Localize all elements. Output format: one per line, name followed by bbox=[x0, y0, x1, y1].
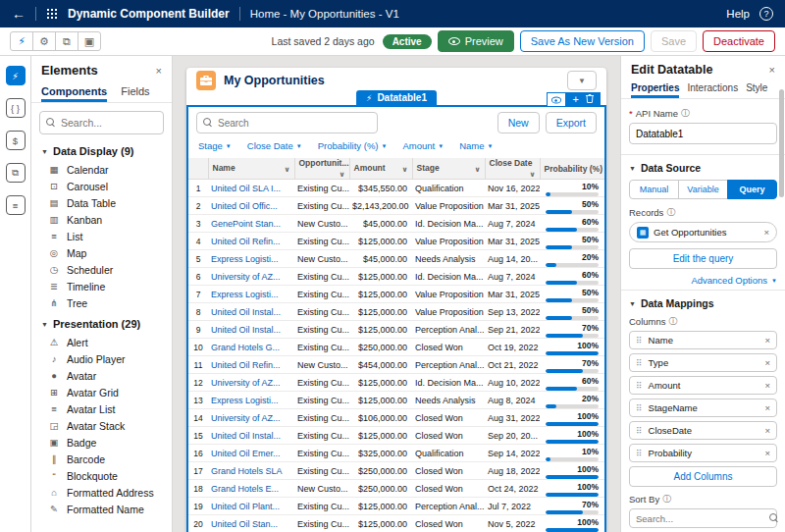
component-item-avatar-stack[interactable]: ◲Avatar Stack bbox=[35, 417, 168, 434]
component-chip[interactable]: ⚡ Datatable1 bbox=[356, 90, 437, 106]
component-item-scheduler[interactable]: ◷Scheduler bbox=[35, 261, 168, 278]
filter-amount[interactable]: Amount▼ bbox=[402, 140, 444, 151]
rail-layers-button[interactable]: ⧉ bbox=[6, 163, 26, 183]
opportunity-name-link[interactable]: GenePoint Stan... bbox=[211, 219, 281, 229]
opportunity-name-link[interactable]: United Oil Refin... bbox=[211, 360, 281, 370]
opportunity-name-link[interactable]: United Oil Stan... bbox=[211, 519, 278, 529]
rail-variables-button[interactable]: $ bbox=[6, 131, 26, 150]
component-item-list[interactable]: ≡List bbox=[35, 228, 168, 244]
opportunity-name-link[interactable]: Express Logisti... bbox=[211, 290, 279, 299]
opportunity-name-link[interactable]: Grand Hotels SLA bbox=[211, 466, 283, 476]
component-item-audio-player[interactable]: ♪Audio Player bbox=[35, 350, 168, 367]
new-button[interactable]: New bbox=[497, 112, 540, 133]
component-item-tree[interactable]: ⋔Tree bbox=[35, 294, 168, 311]
column-pill-stagename[interactable]: ⠿StageName× bbox=[629, 399, 777, 417]
opportunity-name-link[interactable]: University of AZ... bbox=[211, 413, 281, 423]
opportunity-name-link[interactable]: United Oil Instal... bbox=[211, 431, 281, 441]
save-as-new-version-button[interactable]: Save As New Version bbox=[520, 30, 645, 52]
remove-icon[interactable]: × bbox=[764, 335, 770, 346]
section-header-data-display-9[interactable]: ▼Data Display (9) bbox=[35, 138, 168, 161]
remove-icon[interactable]: × bbox=[764, 425, 770, 436]
tab-interactions[interactable]: Interactions bbox=[687, 80, 738, 98]
add-component-icon[interactable]: + bbox=[573, 94, 579, 105]
section-header-presentation-29[interactable]: ▼Presentation (29) bbox=[35, 311, 168, 334]
advanced-options-link[interactable]: Advanced Options ▼ bbox=[629, 275, 777, 286]
filter-probability[interactable]: Probability (%)▼ bbox=[318, 140, 388, 151]
opportunity-name-link[interactable]: United Oil Instal... bbox=[211, 307, 281, 317]
column-header-name[interactable]: Name∨ bbox=[208, 158, 294, 180]
opportunity-name-link[interactable]: University of AZ... bbox=[211, 272, 281, 282]
help-icon[interactable]: ? bbox=[759, 7, 773, 21]
column-header-opportunit[interactable]: Opportunit...∨ bbox=[294, 158, 349, 180]
drag-handle-icon[interactable]: ⠿ bbox=[636, 336, 643, 346]
opportunity-name-link[interactable]: Grand Hotels E... bbox=[211, 484, 279, 494]
filter-name[interactable]: Name▼ bbox=[459, 140, 493, 151]
rail-code-button[interactable]: { } bbox=[6, 98, 26, 118]
component-item-carousel[interactable]: ⊡Carousel bbox=[35, 178, 168, 194]
card-menu-button[interactable]: ▼ bbox=[567, 71, 597, 90]
save-button[interactable]: Save bbox=[651, 30, 697, 52]
mode-variable-button[interactable]: Variable bbox=[678, 180, 728, 199]
mode-query-button[interactable]: Query bbox=[727, 180, 777, 199]
help-link[interactable]: Help bbox=[726, 8, 750, 20]
export-button[interactable]: Export bbox=[546, 112, 597, 133]
opportunity-name-link[interactable]: Grand Hotels G... bbox=[211, 343, 280, 352]
opportunity-name-link[interactable]: Express Logisti... bbox=[211, 396, 279, 405]
close-icon[interactable]: × bbox=[156, 65, 162, 77]
column-header-close-date[interactable]: Close Date∨ bbox=[485, 158, 540, 180]
component-item-timeline[interactable]: ≣Timeline bbox=[35, 278, 168, 294]
component-item-barcode[interactable]: ∥Barcode bbox=[35, 451, 168, 467]
component-item-avatar[interactable]: ●Avatar bbox=[35, 367, 168, 384]
settings-tool-button[interactable]: ⚙ bbox=[32, 31, 56, 51]
deactivate-button[interactable]: Deactivate bbox=[703, 30, 775, 52]
preview-button[interactable]: Preview bbox=[438, 30, 514, 52]
column-header-probability[interactable]: Probability (%) bbox=[540, 158, 604, 180]
data-mappings-section-header[interactable]: ▼ Data Mappings bbox=[629, 297, 777, 309]
filter-close-date[interactable]: Close Date▼ bbox=[247, 140, 302, 151]
records-chip[interactable]: ▦ Get Opportunities × bbox=[629, 222, 777, 242]
close-icon[interactable]: × bbox=[769, 64, 775, 76]
visibility-button[interactable] bbox=[547, 92, 566, 107]
api-name-input[interactable] bbox=[629, 123, 777, 144]
component-item-alert[interactable]: ⚠Alert bbox=[35, 334, 168, 350]
remove-icon[interactable]: × bbox=[764, 402, 770, 413]
component-item-badge[interactable]: ▣Badge bbox=[35, 434, 168, 451]
drag-handle-icon[interactable]: ⠿ bbox=[636, 449, 643, 458]
table-search-input[interactable] bbox=[218, 118, 371, 129]
datatable-component[interactable]: ⚡ Datatable1 + New bbox=[186, 105, 606, 532]
tab-components[interactable]: Components bbox=[41, 81, 107, 102]
component-item-formatted-name[interactable]: ✎Formatted Name bbox=[35, 501, 168, 517]
opportunity-name-link[interactable]: United Oil Offic... bbox=[211, 201, 278, 211]
component-item-map[interactable]: ◎Map bbox=[35, 244, 168, 261]
opportunity-name-link[interactable]: United Oil Refin... bbox=[211, 237, 281, 246]
component-item-formatted-address[interactable]: ⌂Formatted Address bbox=[35, 484, 168, 501]
delete-component-icon[interactable] bbox=[586, 94, 594, 105]
component-item-calendar[interactable]: ▦Calendar bbox=[35, 161, 168, 178]
opportunity-name-link[interactable]: United Oil SLA I... bbox=[211, 184, 281, 193]
column-pill-amount[interactable]: ⠿Amount× bbox=[629, 376, 777, 395]
sort-by-search[interactable] bbox=[629, 508, 777, 528]
drag-handle-icon[interactable]: ⠿ bbox=[636, 403, 643, 413]
rail-components-button[interactable]: ⚡ bbox=[6, 66, 26, 85]
remove-icon[interactable]: × bbox=[764, 357, 770, 368]
opportunity-name-link[interactable]: University of AZ... bbox=[211, 378, 281, 388]
scrollbar[interactable] bbox=[779, 89, 784, 197]
app-launcher-icon[interactable] bbox=[46, 8, 58, 20]
drag-handle-icon[interactable]: ⠿ bbox=[636, 381, 643, 391]
column-pill-name[interactable]: ⠿Name× bbox=[629, 331, 777, 349]
edit-query-button[interactable]: Edit the query bbox=[629, 248, 777, 269]
back-icon[interactable]: ← bbox=[12, 6, 26, 22]
remove-icon[interactable]: × bbox=[764, 448, 770, 458]
column-header-stage[interactable]: Stage∨ bbox=[412, 158, 485, 180]
drag-handle-icon[interactable]: ⠿ bbox=[636, 426, 643, 436]
opportunity-name-link[interactable]: Express Logisti... bbox=[211, 254, 279, 264]
component-item-kanban[interactable]: ▥Kanban bbox=[35, 211, 168, 228]
mode-manual-button[interactable]: Manual bbox=[629, 180, 679, 199]
component-item-avatar-grid[interactable]: ⊞Avatar Grid bbox=[35, 384, 168, 400]
component-item-data-table[interactable]: ▤Data Table bbox=[35, 194, 168, 211]
tab-properties[interactable]: Properties bbox=[631, 80, 679, 98]
flow-tool-button[interactable]: ⚡ bbox=[10, 31, 33, 51]
remove-icon[interactable]: × bbox=[764, 380, 770, 391]
component-item-avatar-list[interactable]: ≡Avatar List bbox=[35, 400, 168, 417]
opportunity-name-link[interactable]: United Oil Plant... bbox=[211, 502, 280, 511]
